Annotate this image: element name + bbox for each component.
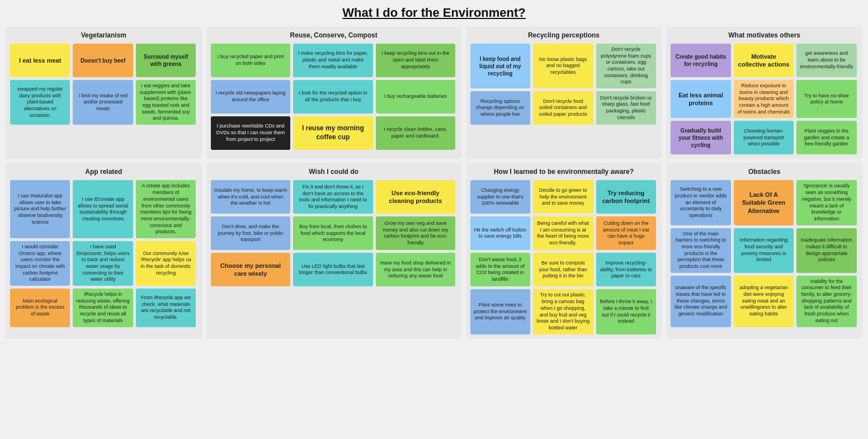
sticky-no-shoe-policy: Try to have no-shoe policy at home <box>796 80 856 118</box>
sticky-dairy-alt: swapped my regular dairy products with p… <box>10 80 70 125</box>
sticky-surround-greens: Surround myself with greens <box>136 44 196 77</box>
sticky-buy-local: Buy from local, from clothes to food whi… <box>293 216 372 250</box>
sticky-no-loose-bags: No loose plastic bags and no bagged recy… <box>533 44 593 88</box>
sticky-motivate-collective: Motivate collective actions <box>734 44 794 77</box>
sticky-irecycle: Our community iUse 'iRecycle' app helps … <box>136 241 196 286</box>
vegetarianism-section: Vegetarianism I eat less meat Doesn't bu… <box>6 27 202 159</box>
main-page: What I do for the Environment? Vegetaria… <box>0 0 868 439</box>
sticky-eat-less-meat: I eat less meat <box>10 44 70 77</box>
sticky-hit-switch: Hit the switch off button to save energy… <box>470 216 530 250</box>
sticky-food-shop-delivered: Have my food shop delivered in my area a… <box>376 253 455 286</box>
sticky-limit-red-meat: I limit my intake of red and/or processe… <box>73 80 133 125</box>
sticky-lack-alternative: Lack Of A Suitable Green Alternative <box>734 180 794 225</box>
obstacles-section: Obstacles Switching to a new product or … <box>666 163 862 338</box>
sticky-reduce-toxins: Reduce exposure to toxins in cleaning an… <box>734 80 794 118</box>
sticky-create-app: A create app includes members of environ… <box>136 180 196 238</box>
sticky-inadequate-info: Inadequate information makes it difficul… <box>796 228 856 273</box>
sticky-dropcountr: I have used Dropcountr, helps users to t… <box>73 241 133 286</box>
sticky-inaturalist: I use iNaturalist app allows user to tak… <box>10 180 70 238</box>
sticky-recycling-bins: I make recycling bins for paper, plastic… <box>293 44 372 77</box>
sticky-compost-food: Be sure to compost your food, rather tha… <box>533 253 593 286</box>
sticky-get-awareness: get awareness and learn about to be envi… <box>796 44 856 77</box>
sticky-cutting-down-meat: Cutting down on the amount of meat I eat… <box>596 216 656 250</box>
sticky-doesnt-buy-beef: Doesn't buy beef <box>73 44 133 77</box>
recycling-section: Recycling perceptions I keep food and li… <box>466 27 662 159</box>
sticky-cycling-fitness: Gradually build your fitness with cyclin… <box>671 121 730 154</box>
motivates-title: What motivates others <box>671 31 858 39</box>
sticky-try-reducing-carbon: Try reducing carbon footprint <box>596 180 656 214</box>
sticky-improve-recycling: Improve recycling-ability, from batterie… <box>596 253 656 286</box>
page-title: What I do for the Environment? <box>6 6 862 20</box>
sticky-keep-bins-open: I keep recycling bins out in the open an… <box>376 44 455 77</box>
sticky-recycle-bottles: I recycle clean bottles, cans, paper and… <box>376 116 455 150</box>
recycling-title: Recycling perceptions <box>470 31 658 39</box>
motivates-section: What motivates others Create good habits… <box>666 27 862 159</box>
sticky-grow-own-veg: Grow my own veg and save money and also … <box>376 216 455 250</box>
sticky-create-habits: Create good habits for recycling <box>671 44 730 77</box>
sticky-led-bulbs: Use LED light bulbs that last longer tha… <box>293 253 372 286</box>
sticky-food-security-info: Information regarding food security and … <box>734 228 794 273</box>
sticky-rewritable-cds: I purchase rewritable CDs and DVDs so th… <box>211 116 290 150</box>
sticky-food-liquid: I keep food and liquid out of my recycli… <box>470 44 530 88</box>
sticky-rechargeable: I buy rechargeable batteries <box>376 80 455 114</box>
sticky-oroeco: I would consider Oroeco app, where users… <box>10 241 70 286</box>
sticky-no-broken-glass: Don't recycle broken or sharp glass, fas… <box>596 91 656 125</box>
sticky-no-polystyrene: Don't recycle polystyrene foam cups or c… <box>596 44 656 88</box>
sticky-veggies-supplement: I eat veggies and take supplement with (… <box>136 80 196 125</box>
sticky-look-recycled-option: I look for the recycled option in all th… <box>293 80 372 114</box>
obstacles-title: Obstacles <box>671 168 858 176</box>
reuse-title: Reuse, Conserve, Compost <box>211 31 457 39</box>
sticky-eco-friendly-cleaning: Use eco-friendly cleaning products <box>376 180 455 214</box>
sticky-ignorance: 'Ignorance' is usually seen as something… <box>796 180 856 225</box>
howlearned-section: How I learned to be environmentally awar… <box>466 163 662 338</box>
sticky-cut-out-plastic: Try to cut out plastic, bring a canvas b… <box>533 289 593 334</box>
sticky-main-ecological: Main ecological problem is the excess of… <box>10 289 70 327</box>
sticky-energy-supplier: Changing energy supplier to one that's 1… <box>470 180 530 214</box>
sticky-unaware-issues: unaware of the specific issues that have… <box>671 276 730 327</box>
wish-title: Wish I could do <box>211 168 457 176</box>
sticky-dont-waste-food: Don't waste food, it adds to the amount … <box>470 253 530 286</box>
sticky-decide-go-green: Decide to go green to help the environme… <box>533 180 593 214</box>
sticky-irecycle-reducing: iRecycle helps in reducing waste, offeri… <box>73 289 133 327</box>
sticky-dont-drive: Don't drive, and make the journey by foo… <box>211 216 290 250</box>
sticky-switching-vendor: Switching to a new product or vendor add… <box>671 180 730 225</box>
sticky-eco-products-cost: One of the main barriers to switching to… <box>671 228 730 273</box>
sticky-recycling-options-change: Recycling options change depending on wh… <box>470 91 530 125</box>
sticky-personal-care: Choose my personal care wisely <box>211 253 290 286</box>
vegetarianism-title: Vegetarianism <box>10 31 197 39</box>
sticky-fix-dont-throw: Fix it and don't throw it, as I don't ha… <box>293 180 372 214</box>
sticky-coffee-cup: I reuse my morning coffee cup <box>293 116 372 150</box>
sticky-inability-consumer: Inability for the consumer to feed their… <box>796 276 856 327</box>
howlearned-title: How I learned to be environmentally awar… <box>470 168 658 176</box>
sticky-recycled-paper: I buy recycled paper and print on both s… <box>211 44 290 77</box>
sticky-from-irecycle: From iRecycle app we check, what materia… <box>136 289 196 327</box>
reuse-section: Reuse, Conserve, Compost I buy recycled … <box>206 27 461 159</box>
sticky-vegetarian-diet: adopting a vegetarian diet were enjoying… <box>734 276 794 327</box>
app-section: App related I use iNaturalist app allows… <box>6 163 202 338</box>
sticky-eat-less-animal: Eat less animal proteins <box>671 80 730 118</box>
sticky-plant-veggies: Plant veggies in the garden and create a… <box>796 121 856 154</box>
wish-section: Wish I could do Insulate my home, to kee… <box>206 163 461 338</box>
sticky-plant-trees: Plant some trees to protect the environm… <box>470 289 530 334</box>
sticky-iecoviate: I use iEcoviate app allows to spread soc… <box>73 180 133 238</box>
sticky-human-powered: Choosing human-powered transport when po… <box>734 121 794 154</box>
sticky-before-throw: Before I throw it away, I take a minute … <box>596 289 656 334</box>
app-title: App related <box>10 168 197 176</box>
sticky-being-careful: Being careful with what I am consuming i… <box>533 216 593 250</box>
sticky-recycle-newspapers: I recycle old newspapers laying around t… <box>211 80 290 114</box>
sticky-insulate-home: Insulate my home, to keep warm when it's… <box>211 180 290 214</box>
sticky-food-soiled: Don't recycle food soiled containers and… <box>533 91 593 125</box>
